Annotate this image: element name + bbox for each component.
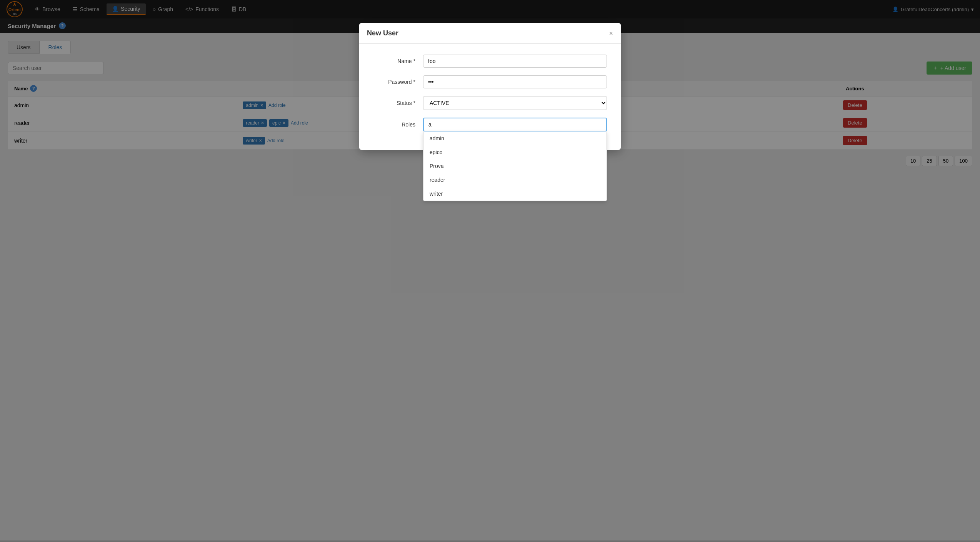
modal-title: New User: [367, 29, 398, 37]
roles-input[interactable]: [423, 118, 607, 131]
modal-overlay: New User × Name * Password * Status * AC…: [0, 0, 980, 540]
status-label: Status *: [373, 100, 423, 106]
form-row-status: Status * ACTIVE INACTIVE: [373, 96, 607, 110]
roles-dropdown: admin epico Prova reader writer: [423, 131, 607, 201]
form-row-password: Password *: [373, 75, 607, 88]
dropdown-item-writer[interactable]: writer: [423, 187, 607, 201]
new-user-modal: New User × Name * Password * Status * AC…: [359, 23, 621, 150]
dropdown-item-reader[interactable]: reader: [423, 173, 607, 187]
name-input[interactable]: [423, 55, 607, 68]
modal-close-button[interactable]: ×: [609, 30, 613, 37]
modal-body: Name * Password * Status * ACTIVE INACTI…: [359, 44, 621, 150]
password-input[interactable]: [423, 75, 607, 88]
status-select[interactable]: ACTIVE INACTIVE: [423, 96, 607, 110]
roles-label: Roles: [373, 121, 423, 128]
name-label: Name *: [373, 58, 423, 64]
form-row-name: Name *: [373, 55, 607, 68]
dropdown-item-epico[interactable]: epico: [423, 145, 607, 159]
dropdown-item-admin[interactable]: admin: [423, 131, 607, 145]
password-label: Password *: [373, 79, 423, 85]
modal-header: New User ×: [359, 23, 621, 44]
dropdown-item-prova[interactable]: Prova: [423, 159, 607, 173]
roles-input-wrapper: admin epico Prova reader writer: [423, 118, 607, 131]
form-row-roles: Roles admin epico Prova reader writer: [373, 118, 607, 131]
